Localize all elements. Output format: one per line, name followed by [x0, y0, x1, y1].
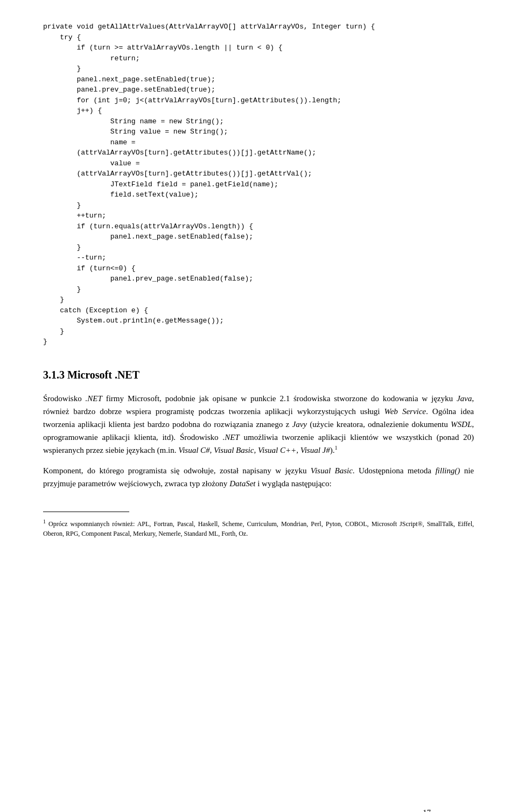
- italic-javy: Javy: [292, 420, 307, 429]
- italic-webservice: Web Service: [385, 407, 426, 416]
- italic-visualbasic: Visual Basic: [311, 466, 353, 475]
- footnote-content: Oprócz wspomnianych również: APL, Fortra…: [43, 520, 474, 537]
- italic-java: Java: [457, 394, 472, 403]
- section-number: 3.1.3: [43, 369, 65, 381]
- paragraph-2: Komponent, do którego programista się od…: [43, 464, 474, 490]
- footnote-ref-1: 1: [335, 445, 338, 451]
- section-title: Microsoft .NET: [67, 369, 139, 381]
- page-wrapper: private void getAllAttrValues(AttrValArr…: [43, 22, 474, 812]
- footnote-divider: [43, 512, 129, 512]
- italic-dataset: DataSet: [229, 479, 255, 488]
- italic-filling: filling(): [435, 466, 460, 475]
- section-heading: 3.1.3 Microsoft .NET: [43, 369, 474, 381]
- italic-net-1: .NET: [86, 394, 102, 403]
- paragraph-1: Środowisko .NET firmy Microsoft, podobni…: [43, 392, 474, 457]
- italic-languages: Visual C#, Visual Basic, Visual C++, Vis…: [178, 446, 330, 454]
- footnote-text: 1 Oprócz wspomnianych również: APL, Fort…: [43, 517, 474, 538]
- italic-net-2: .NET: [222, 433, 239, 442]
- footnote-number: 1: [43, 519, 46, 524]
- code-block: private void getAllAttrValues(AttrValArr…: [43, 22, 474, 347]
- italic-wsdl: WSDL: [451, 420, 472, 429]
- page-number: 17: [423, 808, 431, 812]
